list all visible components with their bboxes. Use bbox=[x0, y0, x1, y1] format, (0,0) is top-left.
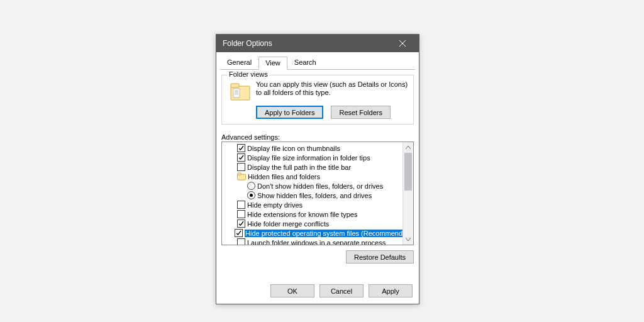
folder-icon bbox=[230, 82, 252, 102]
folder-views-group: Folder views You can apply this view (su… bbox=[221, 75, 414, 125]
cancel-button[interactable]: Cancel bbox=[319, 284, 364, 297]
checkbox-icon[interactable] bbox=[237, 210, 245, 218]
scroll-down-icon[interactable] bbox=[403, 234, 413, 245]
tree-item-display-size-tips[interactable]: Display file size information in folder … bbox=[222, 153, 413, 162]
folder-views-text: You can apply this view (such as Details… bbox=[256, 80, 408, 102]
scroll-thumb[interactable] bbox=[404, 153, 412, 191]
scrollbar[interactable] bbox=[402, 142, 413, 245]
checkbox-icon[interactable] bbox=[237, 238, 245, 245]
tree-item-hide-protected[interactable]: Hide protected operating system files (R… bbox=[222, 228, 413, 238]
folder-icon bbox=[237, 172, 246, 180]
radio-icon[interactable] bbox=[247, 182, 255, 190]
checkbox-icon[interactable] bbox=[237, 219, 245, 228]
tree-item-dont-show-hidden[interactable]: Don't show hidden files, folders, or dri… bbox=[222, 181, 413, 191]
checkbox-icon[interactable] bbox=[235, 229, 243, 237]
advanced-settings-label: Advanced settings: bbox=[221, 133, 414, 141]
close-button[interactable] bbox=[390, 36, 415, 51]
folder-views-legend: Folder views bbox=[227, 70, 270, 78]
tree-item-hide-merge[interactable]: Hide folder merge conflicts bbox=[222, 219, 413, 228]
reset-folders-button[interactable]: Reset Folders bbox=[331, 106, 390, 119]
checkbox-icon[interactable] bbox=[237, 153, 245, 162]
tab-general[interactable]: General bbox=[220, 56, 258, 69]
checkbox-icon[interactable] bbox=[237, 163, 245, 171]
radio-icon[interactable] bbox=[247, 191, 255, 199]
svg-rect-10 bbox=[238, 173, 242, 175]
window-title: Folder Options bbox=[223, 39, 390, 48]
folder-options-dialog: Folder Options General View Search Folde… bbox=[216, 34, 419, 304]
checkbox-icon[interactable] bbox=[237, 201, 245, 209]
scroll-up-icon[interactable] bbox=[403, 142, 413, 153]
ok-button[interactable]: OK bbox=[270, 284, 314, 297]
apply-to-folders-button[interactable]: Apply to Folders bbox=[256, 106, 323, 119]
restore-defaults-button[interactable]: Restore Defaults bbox=[346, 250, 414, 264]
titlebar[interactable]: Folder Options bbox=[216, 35, 419, 52]
tab-search[interactable]: Search bbox=[287, 56, 323, 69]
tab-body: Folder views You can apply this view (su… bbox=[216, 70, 419, 266]
checkbox-icon[interactable] bbox=[237, 144, 245, 152]
apply-button[interactable]: Apply bbox=[369, 284, 413, 297]
tab-strip: General View Search bbox=[220, 56, 415, 70]
tab-view[interactable]: View bbox=[258, 57, 287, 70]
tree-item-display-full-path[interactable]: Display the full path in the title bar bbox=[222, 162, 413, 172]
tree-item-hidden-header[interactable]: Hidden files and folders bbox=[222, 172, 413, 181]
advanced-settings-tree[interactable]: Display file icon on thumbnails Display … bbox=[221, 142, 414, 245]
close-icon bbox=[399, 40, 406, 47]
svg-rect-3 bbox=[231, 84, 239, 87]
tree-item-launch-separate[interactable]: Launch folder windows in a separate proc… bbox=[222, 238, 413, 245]
tree-item-hide-empty[interactable]: Hide empty drives bbox=[222, 200, 413, 209]
tree-item-show-hidden[interactable]: Show hidden files, folders, and drives bbox=[222, 191, 413, 200]
tree-item-hide-extensions[interactable]: Hide extensions for known file types bbox=[222, 209, 413, 219]
dialog-buttons: OK Cancel Apply bbox=[270, 284, 413, 297]
tree-item-display-icon-thumbnails[interactable]: Display file icon on thumbnails bbox=[222, 143, 413, 153]
